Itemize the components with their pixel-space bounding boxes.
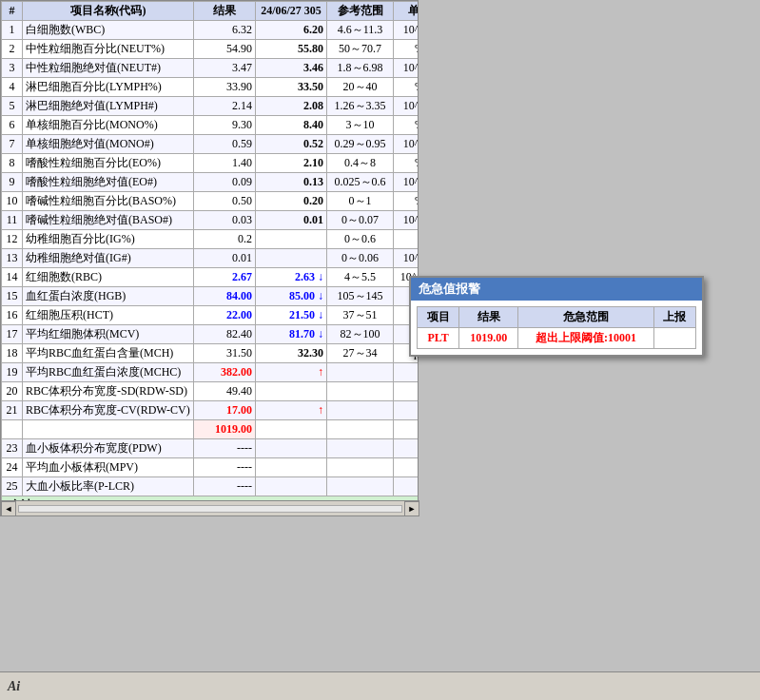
- scrollbar-area[interactable]: ◄ ►: [1, 500, 419, 515]
- cell-prev: 0.20: [256, 192, 327, 211]
- cell-name: 白细胞数(WBC): [23, 21, 194, 40]
- cell-ref: 27～34: [327, 344, 394, 363]
- cell-result: 17.00: [194, 401, 256, 420]
- cell-num: 6: [2, 116, 23, 135]
- cell-ref: [327, 439, 394, 458]
- cell-ref: 82～100: [327, 325, 394, 344]
- cell-num: 7: [2, 135, 23, 154]
- cell-prev: [256, 249, 327, 268]
- scroll-left-button[interactable]: ◄: [1, 501, 16, 516]
- table-row[interactable]: 15血红蛋白浓度(HGB)84.0085.00 ↓105～145g/L: [2, 287, 419, 306]
- table-row[interactable]: 9嗜酸性粒细胞绝对值(EO#)0.090.130.025～0.610^9/L: [2, 173, 419, 192]
- cell-prev: 55.80: [256, 40, 327, 59]
- table-row[interactable]: 14红细胞数(RBC)2.672.63 ↓4～5.510^12/L: [2, 268, 419, 287]
- cell-ref: [327, 363, 394, 382]
- cell-prev: 3.46: [256, 59, 327, 78]
- cell-num: 17: [2, 325, 23, 344]
- cell-ref: 0.025～0.6: [327, 173, 394, 192]
- cell-num: 4: [2, 78, 23, 97]
- table-row[interactable]: 5淋巴细胞绝对值(LYMPH#)2.142.081.26～3.3510^9/L: [2, 97, 419, 116]
- table-row[interactable]: 2中性粒细胞百分比(NEUT%)54.9055.8050～70.7%: [2, 40, 419, 59]
- cell-unit: [394, 439, 419, 458]
- main-window: # 项目名称(代码) 结果 24/06/27 305 参考范围 单位 1白细胞数…: [0, 0, 419, 516]
- cell-num: 19: [2, 363, 23, 382]
- cell-prev: 32.30: [256, 344, 327, 363]
- scroll-right-button[interactable]: ►: [404, 501, 419, 516]
- critical-value-modal: 危急值报警 项目 结果 危急范围 上报 PLT1019.00超出上限阈值:100…: [409, 276, 704, 357]
- cell-num: 24: [2, 458, 23, 477]
- table-row[interactable]: 13幼稚细胞绝对值(IG#)0.010～0.0610^9/L: [2, 249, 419, 268]
- table-row[interactable]: 6单核细胞百分比(MONO%)9.308.403～10%: [2, 116, 419, 135]
- cell-unit: [394, 458, 419, 477]
- cell-result: ----: [194, 458, 256, 477]
- header-prev: 24/06/27 305: [256, 2, 327, 21]
- cell-result: 3.47: [194, 59, 256, 78]
- table-row[interactable]: 21RBC体积分布宽度-CV(RDW-CV)17.00↑: [2, 401, 419, 420]
- cell-result: ----: [194, 439, 256, 458]
- cell-prev: 8.40: [256, 116, 327, 135]
- cell-prev: 33.50: [256, 78, 327, 97]
- cell-name: 血红蛋白浓度(HGB): [23, 287, 194, 306]
- cell-result: 84.00: [194, 287, 256, 306]
- bottom-bar: Ai: [0, 671, 760, 700]
- table-row[interactable]: 1白细胞数(WBC)6.326.204.6～11.310^9/L: [2, 21, 419, 40]
- cell-result: 9.30: [194, 116, 256, 135]
- cell-name: 单核细胞百分比(MONO%): [23, 116, 194, 135]
- cell-result: 54.90: [194, 40, 256, 59]
- cell-result: 2.14: [194, 97, 256, 116]
- cell-result: 0.01: [194, 249, 256, 268]
- cell-name: 嗜碱性粒细胞绝对值(BASO#): [23, 211, 194, 230]
- cell-num: 8: [2, 154, 23, 173]
- cell-name: 平均血小板体积(MPV): [23, 458, 194, 477]
- cell-num: 5: [2, 97, 23, 116]
- cell-prev: 2.10: [256, 154, 327, 173]
- table-row[interactable]: 19平均RBC血红蛋白浓度(MCHC)382.00↑: [2, 363, 419, 382]
- cell-prev: 2.08: [256, 97, 327, 116]
- cell-prev: 81.70 ↓: [256, 325, 327, 344]
- table-row[interactable]: 17平均红细胞体积(MCV)82.4081.70 ↓82～100fL: [2, 325, 419, 344]
- table-row[interactable]: 11嗜碱性粒细胞绝对值(BASO#)0.030.010～0.0710^9/L: [2, 211, 419, 230]
- modal-cell-result: 1019.00: [459, 328, 518, 349]
- table-row[interactable]: 4淋巴细胞百分比(LYMPH%)33.9033.5020～40%: [2, 78, 419, 97]
- cell-ref: 0～0.07: [327, 211, 394, 230]
- cell-ref: 20～40: [327, 78, 394, 97]
- cell-name: 平均RBC血红蛋白浓度(MCHC): [23, 363, 194, 382]
- table-row[interactable]: 7单核细胞绝对值(MONO#)0.590.520.29～0.9510^9/L: [2, 135, 419, 154]
- cell-unit: 10^9/L: [394, 21, 419, 40]
- cell-num: 21: [2, 401, 23, 420]
- cell-result: 49.40: [194, 382, 256, 401]
- table-row[interactable]: 25大血小板比率(P-LCR)----: [2, 477, 419, 496]
- table-row[interactable]: 16红细胞压积(HCT)22.0021.50 ↓37～51%: [2, 306, 419, 325]
- cell-prev: [256, 439, 327, 458]
- table-row[interactable]: 3中性粒细胞绝对值(NEUT#)3.473.461.8～6.9810^9/L: [2, 59, 419, 78]
- table-row[interactable]: 23血小板体积分布宽度(PDW)----: [2, 439, 419, 458]
- cell-ref: [327, 420, 394, 439]
- header-ref: 参考范围: [327, 2, 394, 21]
- table-row[interactable]: 10嗜碱性粒细胞百分比(BASO%)0.500.200～1%: [2, 192, 419, 211]
- cell-unit: %: [394, 116, 419, 135]
- table-row[interactable]: 24平均血小板体积(MPV)----: [2, 458, 419, 477]
- cell-ref: [327, 458, 394, 477]
- cell-name: 嗜碱性粒细胞百分比(BASO%): [23, 192, 194, 211]
- cell-unit: 10^9/L: [394, 173, 419, 192]
- table-row[interactable]: 20RBC体积分布宽度-SD(RDW-SD)49.40: [2, 382, 419, 401]
- modal-table-row: PLT1019.00超出上限阈值:10001: [418, 328, 696, 349]
- cell-num: 13: [2, 249, 23, 268]
- cell-result: 82.40: [194, 325, 256, 344]
- cell-result: ----: [194, 477, 256, 496]
- modal-body: 项目 结果 危急范围 上报 PLT1019.00超出上限阈值:10001: [411, 301, 702, 355]
- table-row[interactable]: 18平均RBC血红蛋白含量(MCH)31.5032.3027～34pg: [2, 344, 419, 363]
- cell-ref: [327, 477, 394, 496]
- modal-table: 项目 结果 危急范围 上报 PLT1019.00超出上限阈值:10001: [417, 306, 696, 349]
- modal-header-report: 上报: [653, 307, 695, 328]
- scroll-track[interactable]: [18, 505, 402, 513]
- table-row[interactable]: 22血小板数(PLT)1019.00↑: [2, 420, 419, 439]
- cell-prev: ↑: [256, 420, 327, 439]
- cell-result: 382.00: [194, 363, 256, 382]
- table-row[interactable]: 8嗜酸性粒细胞百分比(EO%)1.402.100.4～8%: [2, 154, 419, 173]
- modal-title-text: 危急值报警: [419, 281, 480, 298]
- table-row[interactable]: 12幼稚细胞百分比(IG%)0.20～0.6: [2, 230, 419, 249]
- cell-unit: [394, 363, 419, 382]
- cell-name: 嗜酸性粒细胞百分比(EO%): [23, 154, 194, 173]
- modal-header-result: 结果: [459, 307, 518, 328]
